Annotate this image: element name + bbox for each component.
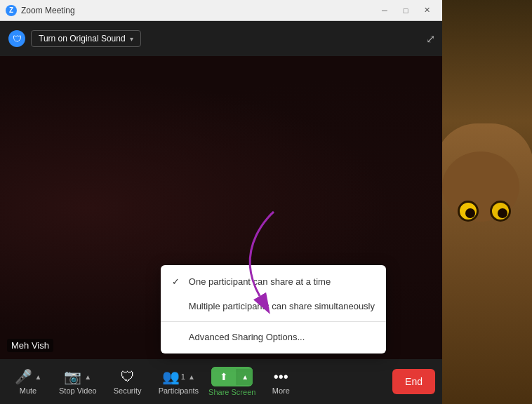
participants-icon: 👥 1 ▲: [162, 368, 195, 385]
zoom-window: Z Zoom Meeting ─ □ ✕ 🛡 Turn on Original …: [0, 0, 442, 404]
advanced-sharing-option[interactable]: Advanced Sharing Options...: [161, 325, 386, 349]
owl-pupil-left: [465, 208, 475, 218]
original-sound-label: Turn on Original Sound: [39, 34, 126, 43]
share-screen-icon: ⬆: [220, 371, 228, 382]
owl-pupil-right: [498, 208, 507, 218]
share-screen-caret-button[interactable]: ▲: [237, 369, 253, 385]
minimize-button[interactable]: ─: [375, 3, 394, 18]
owl-body: [442, 123, 532, 404]
owl-eye-right: [490, 201, 511, 222]
participants-label: Participants: [159, 386, 199, 395]
dropdown-divider: [161, 321, 386, 322]
one-participant-label: One participant can share at a time: [189, 276, 331, 287]
owl-head: [442, 152, 519, 222]
more-icon: •••: [274, 369, 288, 385]
share-screen-label: Share Screen: [208, 388, 255, 396]
share-screen-section: ⬆ ▲ Share Screen: [208, 367, 255, 396]
mic-icon: 🎤 ▲: [15, 368, 42, 385]
share-options-dropdown: ✓ One participant can share at a time Mu…: [161, 265, 386, 354]
more-label: More: [272, 386, 290, 395]
multiple-participants-option[interactable]: Multiple participants can share simultan…: [161, 294, 386, 318]
end-meeting-button[interactable]: End: [392, 369, 435, 394]
security-button[interactable]: 🛡 Security: [107, 366, 149, 398]
owl-eye-left: [458, 201, 479, 222]
multiple-participants-label: Multiple participants can share simultan…: [189, 301, 375, 311]
desktop-background: [442, 0, 532, 404]
mute-button[interactable]: 🎤 ▲ Mute: [7, 365, 49, 398]
mute-label: Mute: [20, 386, 36, 395]
stop-video-label: Stop Video: [59, 386, 97, 395]
chevron-down-icon: ▾: [130, 35, 133, 43]
check-icon: ✓: [172, 276, 183, 287]
security-icon: 🛡: [121, 369, 135, 385]
stop-video-button[interactable]: 📷 ▲ Stop Video: [53, 365, 102, 398]
maximize-button[interactable]: □: [396, 3, 415, 18]
share-screen-main-button[interactable]: ⬆: [211, 367, 237, 386]
top-toolbar: 🛡 Turn on Original Sound ▾ ⤢: [0, 21, 442, 56]
expand-button[interactable]: ⤢: [426, 32, 435, 46]
participant-count: 1: [181, 372, 185, 381]
one-participant-option[interactable]: ✓ One participant can share at a time: [161, 269, 386, 294]
camera-icon: 📷 ▲: [64, 368, 91, 385]
zoom-icon: Z: [6, 5, 17, 16]
shield-icon: 🛡: [8, 30, 25, 47]
advanced-sharing-label: Advanced Sharing Options...: [189, 332, 305, 342]
more-button[interactable]: ••• More: [260, 366, 302, 398]
participants-button[interactable]: 👥 1 ▲ Participants: [153, 365, 204, 398]
original-sound-button[interactable]: Turn on Original Sound ▾: [31, 30, 141, 47]
window-controls: ─ □ ✕: [375, 3, 437, 18]
bottom-toolbar: 🎤 ▲ Mute 📷 ▲ Stop Video 🛡 Security 👥 1: [0, 359, 442, 404]
share-screen-btn-group: ⬆ ▲: [211, 367, 253, 386]
title-bar: Z Zoom Meeting ─ □ ✕: [0, 0, 442, 21]
window-title: Zoom Meeting: [21, 6, 375, 15]
close-button[interactable]: ✕: [417, 3, 437, 18]
security-label: Security: [114, 386, 142, 395]
participant-name-label: Meh Vish: [7, 339, 53, 352]
